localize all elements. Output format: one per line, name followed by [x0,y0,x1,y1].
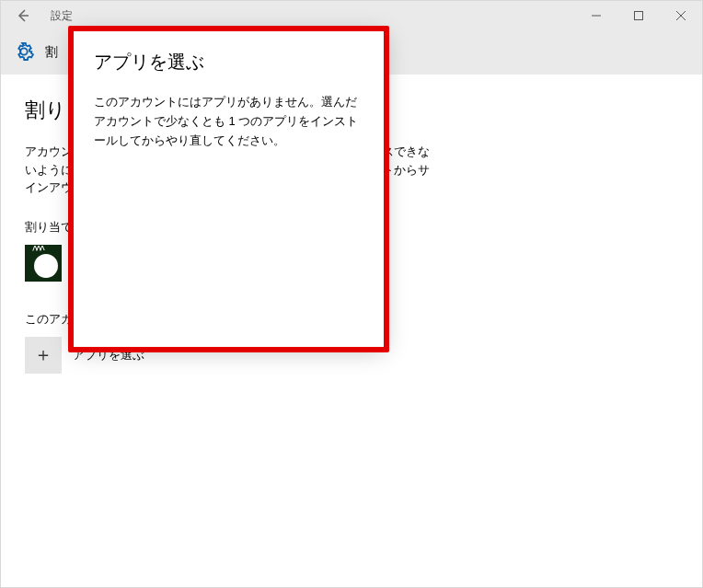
minimize-button[interactable] [575,1,617,30]
window-title: 設定 [51,8,73,24]
maximize-button[interactable] [617,1,660,30]
account-avatar[interactable]: ʌʌʌ [25,245,62,282]
back-button[interactable] [1,1,45,30]
plus-icon: ＋ [34,342,52,367]
choose-app-label: アプリを選ぶ [73,347,144,363]
titlebar: 設定 [1,1,702,30]
add-app-button[interactable]: ＋ [25,337,62,374]
window-controls [575,1,702,30]
close-button[interactable] [660,1,702,30]
flyout-body: このアカウントにはアプリがありません。選んだアカウントで少なくとも 1 つのアプ… [94,93,363,150]
settings-window: 設定 割 割り アカウンスできな いようにントからサ インアウ 割り当て ʌʌʌ… [0,0,703,588]
maximize-icon [634,11,643,20]
choose-app-flyout: アプリを選ぶ このアカウントにはアプリがありません。選んだアカウントで少なくとも… [74,31,384,347]
back-arrow-icon [16,8,30,23]
svg-rect-1 [635,12,643,20]
close-icon [676,11,686,20]
avatar-circle-icon [34,254,58,278]
avatar-decoration-icon: ʌʌʌ [32,242,43,252]
header-label: 割 [45,44,58,61]
minimize-icon [592,11,601,20]
gear-icon [14,41,34,64]
flyout-title: アプリを選ぶ [94,50,363,75]
